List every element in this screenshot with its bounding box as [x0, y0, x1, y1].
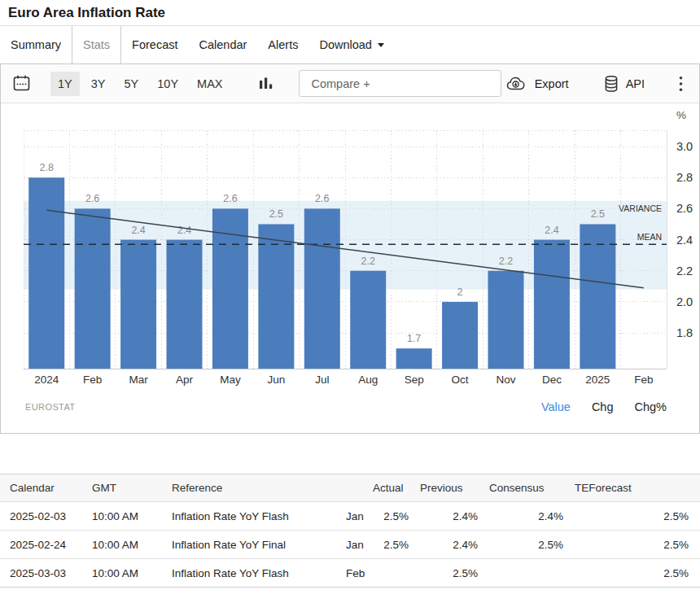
range-5y-button[interactable]: 5Y: [117, 72, 147, 96]
cell-consensus: 2.4%: [489, 502, 575, 531]
x-tick-label: Dec: [542, 374, 562, 386]
cell-reference: Inflation Rate YoY Final: [172, 531, 332, 559]
x-tick-label: Jun: [267, 374, 285, 386]
bar-Dec[interactable]: [534, 240, 570, 369]
bar-Feb[interactable]: [75, 208, 111, 369]
bar-Mar[interactable]: [120, 240, 156, 369]
bar-value-label: 2.2: [499, 256, 513, 267]
database-icon: [603, 75, 619, 93]
cell-teforecast: 2.5%: [575, 502, 700, 531]
page-title: Euro Area Inflation Rate: [8, 5, 692, 21]
section-gap: [0, 434, 700, 474]
cell-actual: [373, 559, 420, 588]
cell-gmt: 10:00 AM: [92, 531, 172, 559]
bar-Jul[interactable]: [304, 208, 340, 369]
y-axis-unit: %: [676, 109, 686, 121]
x-tick-label: Aug: [358, 374, 378, 386]
bar-Jun[interactable]: [258, 224, 294, 369]
cell-reference: Inflation Rate YoY Flash: [172, 559, 332, 588]
bar-value-label: 2.4: [177, 225, 191, 236]
bar-value-label: 2.5: [269, 208, 283, 220]
value-link[interactable]: Value: [541, 400, 571, 413]
bar-value-label: 2.8: [40, 162, 54, 173]
cell-teforecast: 2.5%: [575, 559, 700, 588]
y-tick-label: 1.8: [676, 326, 693, 339]
cell-date: 2025-03-03: [0, 559, 92, 588]
tab-forecast[interactable]: Forecast: [121, 26, 188, 63]
table-header-row: Calendar GMT Reference Actual Previous C…: [0, 474, 700, 502]
col-header-calendar: Calendar: [0, 474, 92, 502]
range-10y-button[interactable]: 10Y: [150, 72, 186, 96]
stats-card: 1Y 3Y 5Y 10Y MAX Export: [0, 63, 700, 434]
bar-2024[interactable]: [28, 177, 64, 369]
chart-type-button[interactable]: [258, 76, 274, 92]
bar-Oct[interactable]: [442, 302, 478, 369]
x-tick-label: Nov: [496, 374, 515, 386]
bar-value-label: 2.4: [545, 225, 558, 236]
cell-previous: 2.4%: [420, 531, 489, 559]
variance-label: VARIANCE: [619, 203, 662, 213]
chart-footer: EUROSTAT Value Chg Chg%: [1, 391, 699, 433]
toolbar-actions: Export API: [501, 74, 688, 94]
bar-value-label: 2.5: [591, 208, 605, 220]
tab-summary[interactable]: Summary: [0, 26, 72, 63]
cell-teforecast: 2.5%: [575, 531, 700, 559]
cell-ref-month: Jan: [332, 502, 373, 531]
cell-gmt: 10:00 AM: [92, 559, 172, 588]
x-tick-label: Sep: [405, 374, 424, 386]
range-3y-button[interactable]: 3Y: [84, 72, 113, 96]
x-tick-label: Mar: [129, 374, 148, 386]
tab-calendar[interactable]: Calendar: [189, 26, 258, 63]
x-tick-label: Feb: [634, 374, 653, 386]
bar-Nov[interactable]: [488, 271, 524, 369]
range-1y-button[interactable]: 1Y: [50, 72, 80, 96]
y-tick-label: 2.2: [676, 264, 693, 278]
cell-consensus: [489, 559, 575, 588]
more-options-button[interactable]: [674, 74, 688, 94]
table-row[interactable]: 2025-02-03 10:00 AM Inflation Rate YoY F…: [0, 502, 700, 531]
api-button[interactable]: API: [598, 74, 650, 94]
x-tick-label: Feb: [83, 374, 102, 386]
col-header-consensus: Consensus: [489, 474, 575, 502]
col-header-previous: Previous: [420, 474, 489, 502]
cell-previous: 2.5%: [420, 559, 489, 588]
x-tick-label: Jul: [315, 374, 329, 386]
bar-Apr[interactable]: [167, 240, 203, 369]
compare-input[interactable]: [299, 70, 501, 97]
bar-Sep[interactable]: [396, 348, 432, 369]
table-row[interactable]: 2025-02-24 10:00 AM Inflation Rate YoY F…: [0, 531, 700, 559]
col-header-teforecast: TEForecast: [575, 474, 700, 502]
cell-gmt: 10:00 AM: [92, 502, 172, 531]
bar-2025[interactable]: [580, 224, 615, 369]
chg-link[interactable]: Chg: [592, 400, 614, 413]
series-mode-links: Value Chg Chg%: [541, 400, 667, 413]
x-tick-label: Apr: [176, 374, 194, 386]
chg-pct-link[interactable]: Chg%: [635, 400, 667, 413]
inflation-chart[interactable]: 2.82.62.42.42.62.52.62.21.722.22.42.5VAR…: [1, 103, 699, 391]
variance-band: [24, 201, 667, 290]
tab-stats[interactable]: Stats: [72, 26, 121, 63]
range-selector: 1Y 3Y 5Y 10Y MAX: [50, 72, 234, 96]
table-row[interactable]: 2025-03-03 10:00 AM Inflation Rate YoY F…: [0, 559, 700, 588]
range-max-button[interactable]: MAX: [190, 72, 230, 96]
chevron-down-icon: [378, 43, 384, 47]
y-tick-label: 2.8: [676, 171, 693, 184]
export-button[interactable]: Export: [501, 75, 574, 93]
x-tick-label: 2024: [34, 374, 59, 386]
bar-value-label: 2: [457, 286, 463, 298]
tab-download[interactable]: Download: [308, 26, 395, 63]
export-label: Export: [535, 77, 569, 90]
col-header-refmonth: [332, 474, 373, 502]
source-attribution: EUROSTAT: [25, 402, 75, 412]
bar-Aug[interactable]: [350, 271, 386, 369]
date-range-button[interactable]: [12, 74, 31, 93]
y-tick-label: 2.4: [676, 234, 693, 247]
y-tick-label: 3.0: [676, 140, 693, 153]
cell-ref-month: Feb: [332, 559, 373, 588]
col-header-reference: Reference: [172, 474, 332, 502]
api-label: API: [626, 77, 645, 90]
cell-date: 2025-02-03: [0, 502, 92, 531]
x-tick-label: May: [220, 374, 241, 386]
bar-chart-icon: [258, 76, 274, 92]
tab-alerts[interactable]: Alerts: [257, 26, 308, 63]
